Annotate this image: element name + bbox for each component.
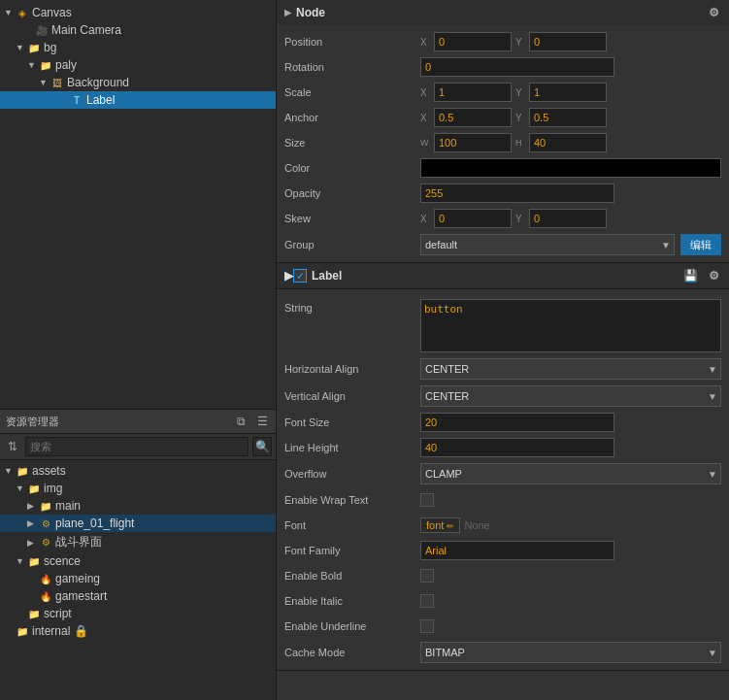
overflow-select[interactable]: CLAMP NONE SHRINK RESIZE_HEIGHT: [420, 463, 721, 484]
prop-horizontal-align: Horizontal Align CENTER LEFT RIGHT ▼: [277, 355, 729, 383]
line-height-input[interactable]: [420, 438, 614, 457]
label-section-title: Label: [312, 269, 342, 283]
rotation-input[interactable]: [420, 57, 614, 77]
asset-item-scence[interactable]: ▼ 📁 scence: [0, 552, 276, 570]
position-x-input[interactable]: [434, 32, 512, 51]
font-family-value: [420, 541, 721, 560]
tree-item-main-camera[interactable]: 🎥 Main Camera: [0, 21, 276, 39]
label-enabled-checkbox[interactable]: ✓: [293, 269, 307, 283]
label-gear-icon[interactable]: ⚙: [706, 268, 721, 283]
size-w-label: W: [420, 138, 430, 148]
color-swatch[interactable]: [420, 158, 721, 178]
img-arrow: ▼: [16, 483, 27, 493]
tree-arrow-canvas: ▼: [4, 8, 16, 17]
prop-overflow: Overflow CLAMP NONE SHRINK RESIZE_HEIGHT…: [277, 460, 729, 487]
tree-item-label[interactable]: T Label: [0, 91, 276, 109]
skew-label: Skew: [284, 213, 420, 224]
asset-menu-icon[interactable]: ☰: [254, 414, 270, 429]
anchor-x-input[interactable]: [434, 108, 512, 127]
tree-item-background[interactable]: ▼ 🖼 Background: [0, 74, 276, 91]
asset-search-input[interactable]: [25, 437, 249, 456]
node-section-arrow: ▶: [284, 8, 291, 17]
cache-mode-select[interactable]: BITMAP NONE CHAR: [420, 642, 721, 663]
label-section-header[interactable]: ▶ ✓ Label 💾 ⚙: [277, 263, 729, 289]
cache-mode-value: BITMAP NONE CHAR ▼: [420, 642, 721, 663]
skew-y-input[interactable]: [529, 209, 607, 228]
prop-line-height: Line Height: [277, 435, 729, 460]
scale-value: X Y: [420, 83, 721, 102]
vertical-align-select[interactable]: CENTER TOP BOTTOM: [420, 385, 721, 407]
asset-sort-icon[interactable]: ⇅: [4, 438, 21, 455]
bg-icon: 📁: [27, 41, 41, 54]
scale-y-input[interactable]: [529, 83, 607, 102]
right-panel: ▶ Node ⚙ Position X Y: [277, 0, 729, 700]
scene-tree: ▼ ◈ Canvas 🎥 Main Camera ▼ 📁 bg ▼ 📁 paly: [0, 0, 276, 409]
tree-label-canvas: Canvas: [32, 6, 72, 19]
tree-label-bg: bg: [44, 41, 56, 54]
rotation-value: [420, 57, 721, 77]
skew-x-input[interactable]: [434, 209, 512, 228]
group-select[interactable]: default: [420, 234, 675, 255]
tree-label-background: Background: [67, 76, 129, 89]
tree-item-bg[interactable]: ▼ 📁 bg: [0, 39, 276, 56]
size-wh: W H: [420, 133, 721, 152]
asset-item-script[interactable]: 📁 script: [0, 605, 276, 622]
asset-item-gameing[interactable]: 🔥 gameing: [0, 570, 276, 587]
line-height-value: [420, 438, 721, 457]
asset-label-script: script: [44, 607, 72, 620]
font-preview-box[interactable]: font ✏: [420, 517, 460, 533]
enable-underline-checkbox[interactable]: [420, 619, 434, 633]
asset-manager-title: 资源管理器: [6, 415, 233, 429]
tree-item-canvas[interactable]: ▼ ◈ Canvas: [0, 4, 276, 21]
group-value: default ▼ 编辑: [420, 234, 721, 255]
horizontal-align-select[interactable]: CENTER LEFT RIGHT: [420, 358, 721, 380]
node-section-header[interactable]: ▶ Node ⚙: [277, 0, 729, 25]
asset-copy-icon[interactable]: ⧉: [233, 414, 249, 429]
string-label: String: [284, 299, 420, 314]
node-section-icons: ⚙: [706, 5, 721, 20]
overflow-dropdown-wrapper: CLAMP NONE SHRINK RESIZE_HEIGHT ▼: [420, 463, 721, 484]
size-h-input[interactable]: [529, 133, 607, 152]
enable-wrap-text-checkbox[interactable]: [420, 493, 434, 507]
anchor-y-input[interactable]: [529, 108, 607, 127]
asset-tree: ▼ 📁 assets ▼ 📁 img ▶ 📁 main ▶: [0, 460, 276, 700]
node-gear-icon[interactable]: ⚙: [706, 5, 721, 20]
asset-item-gamestart[interactable]: 🔥 gamestart: [0, 587, 276, 605]
label-section-icons: 💾 ⚙: [682, 268, 721, 283]
scale-xy: X Y: [420, 83, 721, 102]
asset-item-img[interactable]: ▼ 📁 img: [0, 480, 276, 497]
enable-italic-label: Enable Italic: [284, 595, 420, 607]
position-y-input[interactable]: [529, 32, 607, 51]
scale-x-input[interactable]: [434, 83, 512, 102]
overflow-label: Overflow: [284, 468, 420, 480]
tree-item-paly[interactable]: ▼ 📁 paly: [0, 56, 276, 74]
asset-item-assets[interactable]: ▼ 📁 assets: [0, 462, 276, 480]
anchor-x-label: X: [420, 113, 430, 123]
opacity-input[interactable]: [420, 183, 614, 203]
label-save-icon[interactable]: 💾: [682, 268, 698, 283]
font-family-input[interactable]: [420, 541, 614, 560]
anchor-label: Anchor: [284, 112, 420, 123]
prop-color: Color: [277, 155, 729, 181]
zhandou-icon: ⚙: [39, 536, 52, 550]
size-label: Size: [284, 137, 420, 149]
asset-search-button[interactable]: 🔍: [252, 437, 272, 456]
asset-item-zhandou[interactable]: ▶ ⚙ 战斗界面: [0, 532, 276, 552]
node-section: ▶ Node ⚙ Position X Y: [277, 0, 729, 263]
assets-arrow: ▼: [4, 466, 16, 476]
asset-item-plane[interactable]: ▶ ⚙ plane_01_flight: [0, 515, 276, 532]
group-edit-button[interactable]: 编辑: [680, 234, 721, 255]
camera-icon: 🎥: [35, 23, 49, 37]
asset-item-internal[interactable]: 📁 internal 🔒: [0, 622, 276, 640]
plane-icon: ⚙: [39, 517, 52, 530]
enable-bold-checkbox[interactable]: [420, 569, 434, 583]
size-w-input[interactable]: [434, 133, 512, 152]
enable-italic-value: [420, 594, 721, 608]
enable-italic-checkbox[interactable]: [420, 594, 434, 608]
asset-label-scence: scence: [44, 554, 81, 568]
font-size-input[interactable]: [420, 413, 614, 432]
enable-bold-label: Enable Bold: [284, 570, 420, 582]
asset-item-main[interactable]: ▶ 📁 main: [0, 497, 276, 515]
string-textarea[interactable]: button: [420, 299, 721, 352]
prop-string: String button: [277, 293, 729, 355]
